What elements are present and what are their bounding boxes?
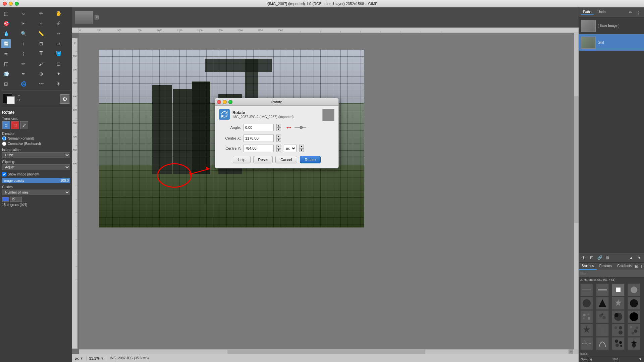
centre-y-down-btn[interactable]: ▼ xyxy=(276,148,281,152)
maximize-button[interactable] xyxy=(15,2,19,6)
tool-smudge[interactable]: 〰 xyxy=(37,79,46,89)
angle-up-btn[interactable]: ▲ xyxy=(276,124,281,127)
thumbnail-image[interactable] xyxy=(75,11,93,24)
tool-paths[interactable]: 🖊 xyxy=(54,19,63,28)
brush-16[interactable] xyxy=(628,324,640,337)
brush-10[interactable] xyxy=(596,310,609,323)
interpolation-select[interactable]: Cubic None Linear NoHalo LoHalo xyxy=(2,152,70,158)
centre-x-input[interactable] xyxy=(244,135,274,142)
show-preview-checkbox[interactable]: Show image preview xyxy=(2,172,70,176)
tool-blur-sharpen[interactable]: 🌀 xyxy=(19,79,28,89)
tool-clone[interactable]: ⊕ xyxy=(37,69,46,79)
brush-13[interactable] xyxy=(580,324,593,337)
tool-move[interactable]: ↔ xyxy=(54,29,63,38)
tool-color-picker[interactable]: 💧 xyxy=(1,29,11,38)
tool-flip[interactable]: ⇔ xyxy=(1,49,11,58)
tool-perspective-clone[interactable]: ⊞ xyxy=(1,79,11,89)
unit-selector[interactable]: px ▼ xyxy=(75,356,84,360)
centre-x-down-btn[interactable]: ▼ xyxy=(276,138,281,142)
direction-corrective[interactable]: Corrective (Backward) xyxy=(2,142,70,146)
rotate-button[interactable]: Rotate xyxy=(300,156,321,163)
tool-zoom[interactable]: 🔍 xyxy=(19,29,28,38)
panel-menu-icon[interactable]: ✏ xyxy=(627,9,634,16)
tool-heal[interactable]: ✦ xyxy=(54,69,63,79)
unit-select[interactable]: px % in mm xyxy=(284,145,297,152)
tool-pencil[interactable]: ✏ xyxy=(19,59,28,68)
thumbnail-close[interactable]: ✕ xyxy=(95,15,99,19)
direction-normal[interactable]: Normal (Forward) xyxy=(2,136,70,141)
layer-item-grid[interactable]: Grid xyxy=(579,34,644,51)
brush-18[interactable] xyxy=(596,337,609,350)
brush-6[interactable] xyxy=(596,297,609,310)
guides-select[interactable]: Number of lines xyxy=(2,190,70,195)
minimize-button[interactable] xyxy=(9,2,13,6)
tool-fuzzy-select[interactable]: 🖐 xyxy=(54,9,63,18)
layer-up-icon[interactable]: ▲ xyxy=(628,254,635,261)
layer-add-mask-icon[interactable]: ⊡ xyxy=(588,254,595,261)
brush-9[interactable] xyxy=(580,310,593,323)
brush-7[interactable] xyxy=(612,297,625,310)
layer-link-icon[interactable]: 🔗 xyxy=(596,254,603,261)
tab-undo[interactable]: Undo xyxy=(596,9,608,15)
dialog-max-btn[interactable] xyxy=(228,100,232,104)
dialog-close-btn[interactable] xyxy=(217,100,221,104)
tool-rectangle-select[interactable]: ⬚ xyxy=(1,9,11,18)
layer-down-icon[interactable]: ▼ xyxy=(636,254,643,261)
tool-shear[interactable]: ⊡ xyxy=(37,39,46,48)
help-button[interactable]: Help xyxy=(233,156,251,163)
tool-ellipse-select[interactable]: ○ xyxy=(19,9,28,18)
tool-cage-transform[interactable]: ⊹ xyxy=(19,49,28,58)
tool-scale[interactable]: ↕ xyxy=(19,39,28,48)
brush-5[interactable] xyxy=(580,297,593,310)
clipping-select[interactable]: Adjust Clip Crop to result Crop with asp… xyxy=(2,164,70,170)
dialog-min-btn[interactable] xyxy=(223,100,227,104)
swap-colors-icon[interactable]: ↔ xyxy=(17,94,22,97)
tool-airbrush[interactable]: 💨 xyxy=(1,69,11,79)
unit-up-btn[interactable]: ▲ xyxy=(299,145,304,148)
centre-x-up-btn[interactable]: ▲ xyxy=(276,135,281,138)
brush-8[interactable] xyxy=(628,297,640,310)
brush-1[interactable] xyxy=(580,283,593,296)
tool-rotate[interactable]: 🔄 xyxy=(1,39,11,48)
tool-dodge-burn[interactable]: ☀ xyxy=(54,79,63,89)
spacing-down-icon[interactable]: ▼ xyxy=(639,357,642,361)
brush-17[interactable] xyxy=(580,337,593,350)
brush-15[interactable] xyxy=(612,324,625,337)
brush-19[interactable] xyxy=(612,337,625,350)
tool-perspective[interactable]: ⊿ xyxy=(54,39,63,48)
reset-button[interactable]: Reset xyxy=(253,156,273,163)
brush-12[interactable] xyxy=(628,310,640,323)
window-controls[interactable] xyxy=(3,2,19,6)
unit-down-btn[interactable]: ▼ xyxy=(299,148,304,152)
tool-eraser[interactable]: ◻ xyxy=(54,59,63,68)
brush-3[interactable] xyxy=(612,283,625,296)
tool-scissors-select[interactable]: ✂ xyxy=(19,19,28,28)
transform-selection-btn[interactable]: ⬚ xyxy=(11,121,19,129)
tab-paths[interactable]: Paths xyxy=(581,9,594,15)
angle-input[interactable] xyxy=(244,124,274,131)
layer-eye-icon[interactable]: 👁 xyxy=(580,254,587,261)
cancel-button[interactable]: Cancel xyxy=(275,156,297,163)
layer-item-base[interactable]: [ Base Image ] xyxy=(579,17,644,34)
layer-delete-icon[interactable]: 🗑 xyxy=(604,254,611,261)
guides-color[interactable] xyxy=(2,197,9,202)
tab-patterns[interactable]: Patterns xyxy=(597,263,614,270)
opacity-slider[interactable]: Image opacity 100.0 xyxy=(2,178,70,183)
brush-2[interactable] xyxy=(596,283,609,296)
brush-11[interactable] xyxy=(612,310,625,323)
scroll-zoom-btn[interactable]: ✛ xyxy=(569,349,573,354)
tool-ink[interactable]: ✒ xyxy=(19,69,28,79)
horizontal-scrollbar[interactable] xyxy=(79,349,574,354)
tool-measure[interactable]: 📏 xyxy=(37,29,46,38)
panel-close-icon[interactable]: ⟩ xyxy=(635,9,642,16)
brushes-menu-icon[interactable]: ⟩ xyxy=(639,263,644,270)
centre-y-input[interactable] xyxy=(244,145,274,152)
tool-blend[interactable]: ◫ xyxy=(1,59,11,68)
reset-colors-icon[interactable]: ⊡ xyxy=(17,98,22,102)
tool-options-icon[interactable]: ⚙ xyxy=(60,94,69,104)
vertical-scrollbar[interactable] xyxy=(574,33,579,349)
tool-paintbrush[interactable]: 🖌 xyxy=(37,59,46,68)
tab-gradients[interactable]: Gradients xyxy=(614,263,634,270)
tool-free-select[interactable]: ✏ xyxy=(37,9,46,18)
tool-select-by-color[interactable]: 🎯 xyxy=(1,19,11,28)
